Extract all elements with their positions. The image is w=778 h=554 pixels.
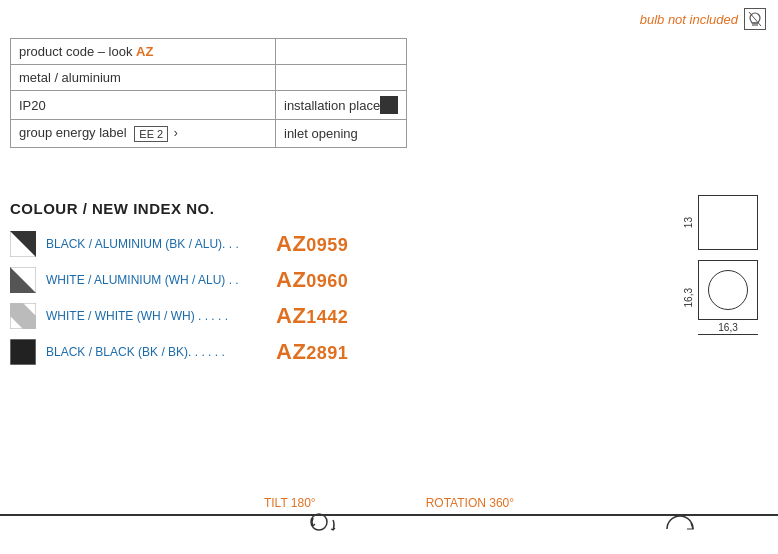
colour-text-1: BLACK / ALUMINIUM (BK / ALU). . . — [46, 237, 266, 251]
bulb-label: bulb not included — [640, 12, 738, 27]
energy-badge: EE 2 — [134, 126, 168, 142]
table-row-ip: IP20 installation place — [11, 91, 407, 120]
table-row-material: metal / aluminium — [11, 65, 407, 91]
colour-text-3: WHITE / WHITE (WH / WH) . . . . . — [46, 309, 266, 323]
table-row-product-code: product code – look AZ — [11, 39, 407, 65]
colour-text-4: BLACK / BLACK (BK / BK). . . . . . — [46, 345, 266, 359]
group-energy-label: group energy label — [19, 125, 127, 140]
colour-code-2: AZ0960 — [276, 267, 348, 293]
swatch-wh-alu — [10, 267, 36, 293]
installation-cell: installation place — [276, 91, 407, 120]
product-code-cell: product code – look AZ — [11, 39, 276, 65]
tilt-label: TILT 180° — [264, 496, 316, 510]
svg-rect-9 — [10, 339, 36, 365]
colour-code-4: AZ2891 — [276, 339, 348, 365]
colour-title: COLOUR / NEW INDEX NO. — [10, 200, 348, 217]
swatch-bk-bk — [10, 339, 36, 365]
rotation-label: ROTATION 360° — [426, 496, 514, 510]
bulb-icon — [744, 8, 766, 30]
list-item: BLACK / BLACK (BK / BK). . . . . . AZ289… — [10, 339, 348, 365]
tilt-rotation-labels: TILT 180° ROTATION 360° — [0, 496, 778, 510]
product-code-right — [276, 39, 407, 65]
circle-inner — [708, 270, 748, 310]
list-item: BLACK / ALUMINIUM (BK / ALU). . . AZ0959 — [10, 231, 348, 257]
colour-code-1: AZ0959 — [276, 231, 348, 257]
colour-code-3: AZ1442 — [276, 303, 348, 329]
tilt-icon — [309, 512, 349, 544]
svg-point-10 — [311, 514, 327, 530]
bottom-bar: TILT 180° ROTATION 360° — [0, 484, 778, 554]
list-item: WHITE / ALUMINIUM (WH / ALU) . . AZ0960 — [10, 267, 348, 293]
top-square-diagram — [698, 195, 758, 250]
side-dim-label: 16,3 — [683, 288, 694, 307]
bulb-not-included-area: bulb not included — [640, 8, 766, 30]
top-dim-label: 13 — [683, 217, 694, 228]
material-right — [276, 65, 407, 91]
product-code-az: AZ — [136, 44, 153, 59]
product-code-label: product code – look — [19, 44, 136, 59]
installation-label: installation place — [284, 98, 380, 113]
ceiling-icon — [380, 96, 398, 114]
list-item: WHITE / WHITE (WH / WH) . . . . . AZ1442 — [10, 303, 348, 329]
table-row-energy: group energy label EE 2 › inlet opening — [11, 120, 407, 148]
rotation-icon — [662, 511, 698, 546]
svg-line-2 — [749, 12, 761, 26]
ip-cell: IP20 — [11, 91, 276, 120]
swatch-bk-alu — [10, 231, 36, 257]
circle-diagram — [698, 260, 758, 320]
material-cell: metal / aluminium — [11, 65, 276, 91]
bottom-dim-label: 16,3 — [718, 322, 737, 333]
dimension-diagrams: 13 16,3 16,3 — [683, 195, 758, 335]
inlet-opening-cell: inlet opening — [276, 120, 407, 148]
product-info-table: product code – look AZ metal / aluminium… — [10, 38, 407, 148]
swatch-wh-wh — [10, 303, 36, 329]
colour-section: COLOUR / NEW INDEX NO. BLACK / ALUMINIUM… — [10, 200, 348, 375]
colour-text-2: WHITE / ALUMINIUM (WH / ALU) . . — [46, 273, 266, 287]
energy-label-cell: group energy label EE 2 › — [11, 120, 276, 148]
